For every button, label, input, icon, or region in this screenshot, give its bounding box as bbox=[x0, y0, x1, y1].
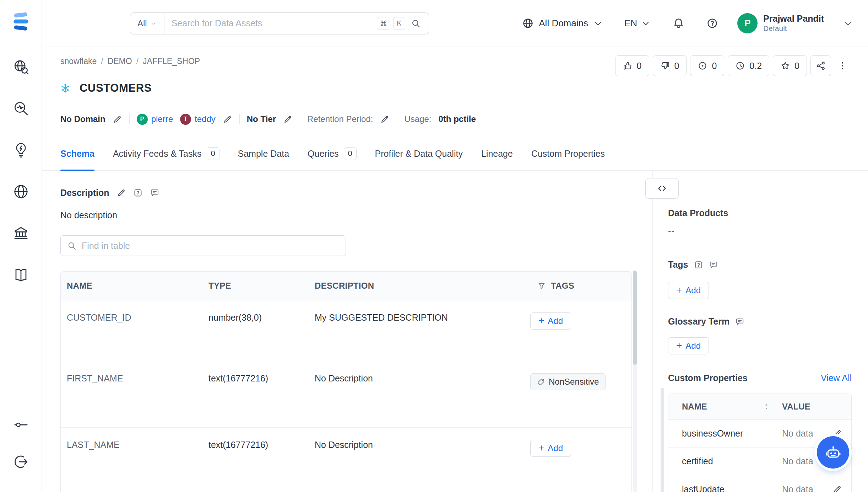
watch-count-button[interactable]: 0 bbox=[690, 55, 724, 76]
downvote-button[interactable]: 0 bbox=[653, 55, 687, 76]
add-tag-button[interactable]: +Add bbox=[530, 440, 571, 457]
explore-icon bbox=[12, 58, 29, 75]
language-dropdown[interactable]: EN bbox=[624, 18, 651, 29]
sidebar-item-insights[interactable] bbox=[12, 141, 29, 159]
owner-link[interactable]: teddy bbox=[195, 114, 216, 124]
domains-dropdown[interactable]: All Domains bbox=[522, 17, 603, 29]
sidebar-item-settings[interactable] bbox=[13, 417, 29, 433]
search-scope-label: All bbox=[137, 18, 147, 28]
follow-button[interactable]: 0 bbox=[773, 55, 807, 76]
breadcrumb-database[interactable]: DEMO bbox=[108, 57, 132, 66]
logout-icon bbox=[13, 454, 29, 470]
sidebar-item-observability[interactable] bbox=[12, 100, 29, 117]
sort-icon[interactable] bbox=[762, 402, 771, 411]
edit-owners-button[interactable] bbox=[223, 114, 232, 124]
target-icon bbox=[698, 61, 707, 71]
tag-icon bbox=[537, 378, 545, 386]
tab-lineage[interactable]: Lineage bbox=[481, 147, 513, 170]
chatbot-button[interactable] bbox=[817, 436, 849, 469]
search-icon[interactable] bbox=[411, 18, 421, 28]
avatar: T bbox=[180, 114, 191, 125]
sidebar-item-govern[interactable] bbox=[12, 225, 29, 242]
header-name: NAME bbox=[61, 281, 208, 291]
description-empty-text: No description bbox=[60, 210, 652, 220]
header-description: DESCRIPTION bbox=[315, 281, 530, 291]
glossary-conversation-button[interactable] bbox=[735, 317, 744, 326]
search-input[interactable] bbox=[164, 18, 377, 28]
cp-name: certified bbox=[668, 456, 775, 466]
chevron-down-icon bbox=[593, 18, 603, 28]
notifications-button[interactable] bbox=[673, 17, 684, 29]
edit-tier-button[interactable] bbox=[283, 114, 293, 124]
description-conversation-button[interactable] bbox=[150, 188, 159, 198]
page-title: CUSTOMERS bbox=[80, 82, 152, 95]
entity-tabs: Schema Activity Feeds & Tasks0 Sample Da… bbox=[42, 147, 868, 171]
description-header: Description bbox=[60, 187, 652, 198]
chevron-down-icon bbox=[641, 18, 651, 28]
user-menu[interactable]: P Prajwal Pandit Default bbox=[737, 13, 853, 33]
help-button[interactable] bbox=[706, 17, 718, 29]
column-name: LAST_NAME bbox=[61, 428, 208, 450]
edit-retention-button[interactable] bbox=[380, 114, 390, 124]
request-description-button[interactable] bbox=[133, 188, 143, 198]
breadcrumb-service[interactable]: snowflake bbox=[60, 57, 97, 66]
add-tags-button[interactable]: +Add bbox=[668, 282, 709, 299]
filter-icon[interactable] bbox=[537, 282, 546, 290]
tab-count-badge: 0 bbox=[207, 147, 219, 160]
history-clock-icon bbox=[735, 61, 745, 71]
version-history-button[interactable]: 0.2 bbox=[728, 55, 769, 76]
add-glossary-term-button[interactable]: +Add bbox=[668, 337, 709, 354]
owner-pierre[interactable]: P pierre bbox=[137, 114, 173, 125]
share-button[interactable] bbox=[810, 55, 831, 76]
book-icon bbox=[12, 266, 29, 283]
help-icon bbox=[706, 17, 718, 29]
column-name: FIRST_NAME bbox=[61, 361, 208, 384]
scrollbar-thumb[interactable] bbox=[633, 271, 637, 365]
description-title: Description bbox=[60, 188, 109, 198]
collapse-panel-button[interactable] bbox=[645, 178, 679, 199]
breadcrumb-schema[interactable]: JAFFLE_SHOP bbox=[143, 57, 200, 66]
tags-section-header: Tags bbox=[668, 260, 852, 270]
pencil-icon bbox=[223, 114, 232, 124]
tag-chip[interactable]: NonSensitive bbox=[530, 373, 606, 390]
search-scope-select[interactable]: All bbox=[130, 13, 164, 34]
sidebar-item-explore[interactable] bbox=[12, 58, 29, 75]
table-row: LAST_NAME text(16777216) No Description … bbox=[61, 428, 631, 492]
tab-custom-properties[interactable]: Custom Properties bbox=[531, 147, 605, 170]
app-sidebar bbox=[0, 0, 42, 492]
cp-header-value: VALUE bbox=[775, 402, 851, 412]
comment-icon bbox=[709, 260, 718, 269]
sidebar-item-logout[interactable] bbox=[13, 454, 29, 470]
edit-description-button[interactable] bbox=[116, 188, 126, 198]
edit-domain-button[interactable] bbox=[113, 114, 122, 124]
column-description: My SUGGESTED DESCRIPTION bbox=[315, 300, 530, 323]
tab-queries[interactable]: Queries0 bbox=[308, 147, 357, 170]
openmetadata-logo[interactable] bbox=[10, 11, 32, 33]
add-tag-button[interactable]: +Add bbox=[530, 312, 571, 330]
sidebar-item-glossary[interactable] bbox=[12, 266, 29, 283]
custom-properties-header: Custom Properties View All bbox=[668, 373, 852, 383]
edit-property-button[interactable] bbox=[832, 485, 842, 492]
robot-icon bbox=[825, 444, 842, 461]
request-tags-button[interactable] bbox=[694, 260, 703, 269]
upvote-button[interactable]: 0 bbox=[615, 55, 649, 76]
tab-activity-feeds[interactable]: Activity Feeds & Tasks0 bbox=[113, 147, 219, 170]
find-in-table-input[interactable] bbox=[82, 241, 339, 251]
owner-teddy[interactable]: T teddy bbox=[180, 114, 216, 125]
owner-link[interactable]: pierre bbox=[151, 114, 173, 124]
sidebar-item-domains[interactable] bbox=[12, 183, 29, 200]
tab-profiler[interactable]: Profiler & Data Quality bbox=[375, 147, 463, 170]
view-all-link[interactable]: View All bbox=[821, 373, 852, 383]
cmd-key: ⌘ bbox=[377, 17, 390, 30]
divider bbox=[397, 114, 397, 124]
tags-title: Tags bbox=[668, 260, 688, 270]
more-options-button[interactable] bbox=[835, 55, 850, 76]
column-description: No Description bbox=[315, 361, 530, 384]
panel-scrollbar[interactable] bbox=[661, 388, 664, 492]
table-scrollbar[interactable] bbox=[633, 271, 637, 492]
data-products-empty: -- bbox=[668, 226, 852, 236]
tags-conversation-button[interactable] bbox=[709, 260, 718, 269]
tab-sample-data[interactable]: Sample Data bbox=[238, 147, 289, 170]
tab-schema[interactable]: Schema bbox=[60, 147, 94, 170]
help-square-icon bbox=[133, 188, 143, 198]
